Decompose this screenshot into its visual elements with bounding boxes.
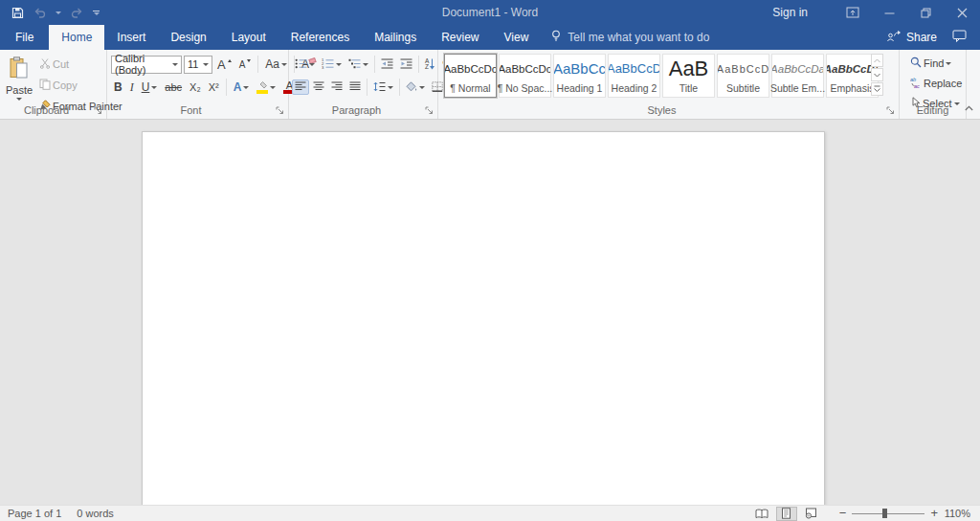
shading-button[interactable] xyxy=(403,79,428,96)
customize-qat-icon[interactable] xyxy=(93,11,100,15)
justify-button[interactable] xyxy=(346,79,364,95)
sort-button[interactable]: AZ xyxy=(422,57,438,72)
ribbon-home: Paste Cut Copy xyxy=(0,50,980,120)
paragraph-dialog-launcher-icon[interactable] xyxy=(424,105,434,115)
underline-button[interactable]: U xyxy=(139,79,161,96)
undo-icon[interactable] xyxy=(33,7,46,18)
style-heading-2[interactable]: AaBbCcD Heading 2 xyxy=(608,54,660,98)
zoom-slider-thumb[interactable] xyxy=(882,509,887,518)
replace-button[interactable]: abac Replace xyxy=(907,75,965,92)
font-family-caret xyxy=(172,63,178,66)
shrink-font-button[interactable]: A xyxy=(236,57,255,72)
align-center-button[interactable] xyxy=(310,79,327,95)
svg-text:3: 3 xyxy=(322,65,324,69)
search-icon xyxy=(910,57,922,70)
style-subtitle[interactable]: AaBbCcD Subtitle xyxy=(717,54,769,98)
tell-me-box[interactable]: Tell me what you want to do xyxy=(550,25,709,50)
paste-dropdown-caret[interactable] xyxy=(16,98,22,101)
svg-text:ac: ac xyxy=(914,83,920,89)
group-clipboard: Paste Cut Copy xyxy=(0,50,107,119)
tab-references[interactable]: References xyxy=(278,25,362,50)
numbering-button[interactable]: 123 xyxy=(319,57,345,73)
find-button[interactable]: Find xyxy=(907,55,965,72)
tab-review[interactable]: Review xyxy=(429,25,491,50)
tab-view[interactable]: View xyxy=(492,25,542,50)
zoom-level[interactable]: 110% xyxy=(944,508,970,519)
collapse-ribbon-icon[interactable] xyxy=(961,102,976,115)
bullets-button[interactable] xyxy=(292,57,318,73)
change-case-button[interactable]: Aa xyxy=(262,56,290,73)
close-button[interactable] xyxy=(944,0,980,25)
strikethrough-button[interactable]: abc xyxy=(162,79,185,95)
group-styles: AaBbCcDc ¶ Normal AaBbCcDc ¶ No Spac... … xyxy=(438,50,900,119)
find-caret[interactable] xyxy=(946,62,951,65)
minimize-button[interactable] xyxy=(871,0,907,25)
restore-button[interactable] xyxy=(907,0,944,25)
tab-home[interactable]: Home xyxy=(49,25,104,50)
titlebar-controls: Sign in xyxy=(772,0,980,25)
align-right-button[interactable] xyxy=(328,79,345,95)
share-icon xyxy=(886,30,902,45)
style-normal[interactable]: AaBbCcDc ¶ Normal xyxy=(444,54,497,98)
status-bar: Page 1 of 1 0 words − + 110% xyxy=(0,505,980,521)
page-indicator[interactable]: Page 1 of 1 xyxy=(8,508,61,519)
print-layout-icon[interactable] xyxy=(776,507,797,521)
align-left-button[interactable] xyxy=(292,79,309,95)
decrease-indent-button[interactable] xyxy=(378,57,396,73)
highlight-button[interactable] xyxy=(254,79,278,96)
styles-gallery-more-icon[interactable] xyxy=(871,82,883,96)
font-family-combo[interactable]: Calibri (Body) xyxy=(111,56,182,74)
clipboard-dialog-launcher-icon[interactable] xyxy=(93,105,102,115)
ribbon-display-options-icon[interactable] xyxy=(835,0,871,25)
increase-indent-button[interactable] xyxy=(397,57,415,73)
styles-gallery: AaBbCcDc ¶ Normal AaBbCcDc ¶ No Spac... … xyxy=(444,54,879,98)
font-group-label: Font xyxy=(107,104,275,116)
font-size-combo[interactable]: 11 xyxy=(184,56,212,74)
comments-icon[interactable] xyxy=(952,30,967,45)
paste-icon xyxy=(10,57,29,82)
italic-button[interactable]: I xyxy=(127,79,137,97)
superscript-button[interactable]: X² xyxy=(206,79,222,95)
paste-label: Paste xyxy=(6,84,33,96)
styles-dialog-launcher-icon[interactable] xyxy=(885,105,895,115)
web-layout-icon[interactable] xyxy=(801,507,822,521)
style-heading-1[interactable]: AaBbCc Heading 1 xyxy=(553,54,606,98)
undo-dropdown-caret[interactable] xyxy=(56,11,61,14)
lightbulb-icon xyxy=(550,30,562,45)
tab-insert[interactable]: Insert xyxy=(104,25,158,50)
underline-caret[interactable] xyxy=(151,86,157,89)
text-effects-button[interactable]: A xyxy=(231,79,253,96)
style-subtle-emphasis[interactable]: AaBbCcDa Subtle Em... xyxy=(771,54,824,98)
grow-font-button[interactable]: A xyxy=(214,56,234,74)
zoom-in-button[interactable]: + xyxy=(930,509,938,518)
subscript-button[interactable]: X₂ xyxy=(187,79,204,95)
document-page[interactable] xyxy=(142,131,825,505)
document-area xyxy=(0,120,980,505)
quick-access-toolbar xyxy=(0,7,100,19)
tab-layout[interactable]: Layout xyxy=(219,25,278,50)
word-count[interactable]: 0 words xyxy=(77,508,114,519)
sort-icon: AZ xyxy=(425,58,435,70)
styles-scroll-up-icon[interactable] xyxy=(871,54,883,67)
zoom-out-button[interactable]: − xyxy=(839,509,847,518)
tabrow-right: Share xyxy=(886,25,980,50)
zoom-slider[interactable] xyxy=(852,509,924,519)
font-family-value: Calibri (Body) xyxy=(115,53,169,76)
read-mode-icon[interactable] xyxy=(751,507,772,521)
sign-in-button[interactable]: Sign in xyxy=(772,6,808,19)
share-button[interactable]: Share xyxy=(886,30,937,45)
tab-mailings[interactable]: Mailings xyxy=(362,25,429,50)
styles-scroll-down-icon[interactable] xyxy=(871,68,883,81)
save-icon[interactable] xyxy=(11,7,24,19)
bold-button[interactable]: B xyxy=(111,79,125,96)
align-center-icon xyxy=(313,81,324,93)
multilevel-list-button[interactable] xyxy=(345,57,371,73)
style-title[interactable]: AaB Title xyxy=(662,54,715,98)
redo-icon[interactable] xyxy=(71,7,83,18)
tab-file[interactable]: File xyxy=(0,25,49,50)
line-spacing-button[interactable] xyxy=(370,79,396,96)
numbering-icon: 123 xyxy=(322,58,334,71)
font-dialog-launcher-icon[interactable] xyxy=(275,105,284,115)
tab-design[interactable]: Design xyxy=(158,25,218,50)
style-no-spacing[interactable]: AaBbCcDc ¶ No Spac... xyxy=(499,54,551,98)
